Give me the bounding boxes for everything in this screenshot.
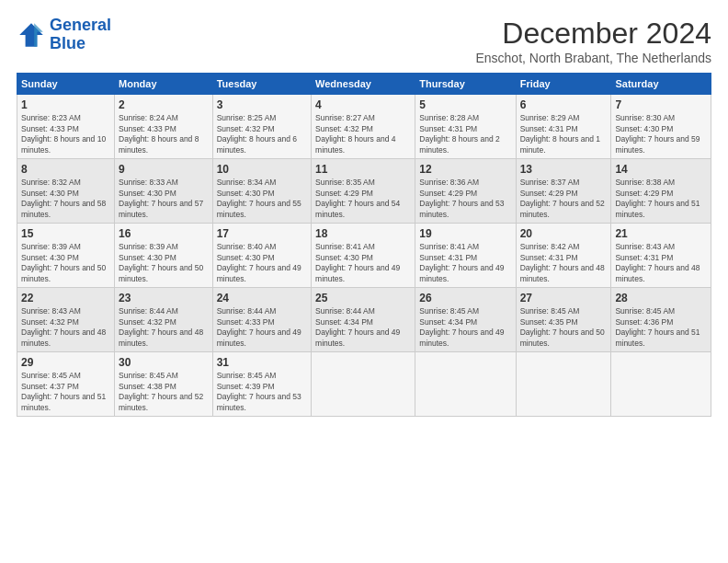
sunrise: Sunrise: 8:39 AM — [21, 242, 81, 251]
sunrise: Sunrise: 8:23 AM — [21, 113, 81, 122]
calendar-cell: 17Sunrise: 8:40 AMSunset: 4:30 PMDayligh… — [212, 224, 311, 288]
sunset: Sunset: 4:34 PM — [419, 317, 477, 327]
daylight: Daylight: 7 hours and 58 minutes. — [21, 199, 106, 218]
calendar-cell: 12Sunrise: 8:36 AMSunset: 4:29 PMDayligh… — [415, 159, 516, 224]
day-number: 23 — [119, 291, 209, 305]
calendar-cell — [312, 352, 415, 417]
calendar-cell: 9Sunrise: 8:33 AMSunset: 4:30 PMDaylight… — [115, 159, 213, 224]
day-number: 5 — [419, 98, 511, 112]
sunset: Sunset: 4:31 PM — [520, 124, 578, 133]
daylight: Daylight: 7 hours and 48 minutes. — [21, 327, 106, 347]
calendar-cell: 1Sunrise: 8:23 AMSunset: 4:33 PMDaylight… — [17, 95, 115, 159]
calendar-week-3: 15Sunrise: 8:39 AMSunset: 4:30 PMDayligh… — [17, 224, 711, 288]
day-number: 18 — [315, 226, 411, 241]
calendar-cell: 30Sunrise: 8:45 AMSunset: 4:38 PMDayligh… — [115, 352, 213, 417]
sunrise: Sunrise: 8:41 AM — [419, 242, 479, 251]
daylight: Daylight: 8 hours and 2 minutes. — [419, 134, 499, 154]
sunrise: Sunrise: 8:33 AM — [119, 178, 178, 187]
sunrise: Sunrise: 8:44 AM — [217, 306, 277, 316]
sunrise: Sunrise: 8:45 AM — [119, 371, 178, 380]
day-number: 17 — [217, 226, 307, 241]
daylight: Daylight: 7 hours and 49 minutes. — [315, 327, 400, 347]
calendar-cell: 31Sunrise: 8:45 AMSunset: 4:39 PMDayligh… — [212, 352, 311, 417]
sunrise: Sunrise: 8:44 AM — [119, 306, 178, 316]
calendar-cell: 10Sunrise: 8:34 AMSunset: 4:30 PMDayligh… — [212, 159, 311, 224]
daylight: Daylight: 7 hours and 54 minutes. — [315, 199, 400, 218]
sunrise: Sunrise: 8:43 AM — [21, 306, 81, 316]
daylight: Daylight: 7 hours and 51 minutes. — [21, 392, 106, 411]
sunset: Sunset: 4:31 PM — [419, 124, 477, 133]
sunrise: Sunrise: 8:45 AM — [21, 371, 81, 380]
logo: General Blue — [17, 17, 111, 53]
daylight: Daylight: 7 hours and 49 minutes. — [217, 327, 301, 347]
sunset: Sunset: 4:37 PM — [21, 382, 79, 391]
sunrise: Sunrise: 8:34 AM — [217, 178, 277, 187]
daylight: Daylight: 7 hours and 48 minutes. — [119, 327, 203, 347]
calendar-week-2: 8Sunrise: 8:32 AMSunset: 4:30 PMDaylight… — [17, 159, 711, 224]
sunrise: Sunrise: 8:27 AM — [315, 113, 375, 122]
sunset: Sunset: 4:30 PM — [21, 253, 79, 262]
calendar-cell — [611, 352, 711, 417]
sunrise: Sunrise: 8:41 AM — [315, 242, 375, 251]
calendar-week-1: 1Sunrise: 8:23 AMSunset: 4:33 PMDaylight… — [17, 95, 711, 159]
sunset: Sunset: 4:38 PM — [119, 382, 176, 391]
daylight: Daylight: 7 hours and 51 minutes. — [615, 327, 700, 347]
sunset: Sunset: 4:39 PM — [217, 382, 275, 391]
calendar-week-5: 29Sunrise: 8:45 AMSunset: 4:37 PMDayligh… — [17, 352, 711, 417]
sunrise: Sunrise: 8:45 AM — [520, 306, 580, 316]
sunset: Sunset: 4:33 PM — [217, 317, 275, 327]
col-monday: Monday — [115, 74, 213, 95]
daylight: Daylight: 7 hours and 50 minutes. — [21, 263, 106, 282]
sunrise: Sunrise: 8:35 AM — [315, 178, 375, 187]
sunrise: Sunrise: 8:24 AM — [119, 113, 178, 122]
sunset: Sunset: 4:29 PM — [315, 189, 373, 198]
calendar-cell — [516, 352, 611, 417]
calendar-table: Sunday Monday Tuesday Wednesday Thursday… — [17, 73, 711, 417]
sunset: Sunset: 4:33 PM — [119, 124, 176, 133]
calendar-cell: 8Sunrise: 8:32 AMSunset: 4:30 PMDaylight… — [17, 159, 115, 224]
sunrise: Sunrise: 8:28 AM — [419, 113, 479, 122]
sunrise: Sunrise: 8:30 AM — [615, 113, 675, 122]
sunrise: Sunrise: 8:39 AM — [119, 242, 178, 251]
calendar-cell: 4Sunrise: 8:27 AMSunset: 4:32 PMDaylight… — [312, 95, 415, 159]
daylight: Daylight: 7 hours and 49 minutes. — [419, 327, 504, 347]
sunrise: Sunrise: 8:42 AM — [520, 242, 580, 251]
calendar-cell: 26Sunrise: 8:45 AMSunset: 4:34 PMDayligh… — [415, 288, 516, 352]
daylight: Daylight: 7 hours and 48 minutes. — [520, 263, 605, 282]
sunset: Sunset: 4:32 PM — [217, 124, 275, 133]
logo-text: General Blue — [50, 17, 111, 53]
sunset: Sunset: 4:31 PM — [419, 253, 477, 262]
day-number: 7 — [615, 98, 707, 112]
calendar-cell: 11Sunrise: 8:35 AMSunset: 4:29 PMDayligh… — [312, 159, 415, 224]
day-number: 21 — [615, 226, 707, 241]
sunrise: Sunrise: 8:25 AM — [217, 113, 277, 122]
subtitle: Enschot, North Brabant, The Netherlands — [475, 51, 711, 65]
day-number: 25 — [315, 291, 411, 305]
sunset: Sunset: 4:29 PM — [615, 189, 673, 198]
calendar-cell: 6Sunrise: 8:29 AMSunset: 4:31 PMDaylight… — [516, 95, 611, 159]
col-sunday: Sunday — [17, 74, 115, 95]
sunrise: Sunrise: 8:43 AM — [615, 242, 675, 251]
calendar-cell: 13Sunrise: 8:37 AMSunset: 4:29 PMDayligh… — [516, 159, 611, 224]
day-number: 31 — [217, 355, 307, 370]
sunrise: Sunrise: 8:37 AM — [520, 178, 580, 187]
calendar-cell: 15Sunrise: 8:39 AMSunset: 4:30 PMDayligh… — [17, 224, 115, 288]
page: General Blue December 2024 Enschot, Nort… — [0, 0, 728, 563]
calendar-cell: 27Sunrise: 8:45 AMSunset: 4:35 PMDayligh… — [516, 288, 611, 352]
sunset: Sunset: 4:32 PM — [315, 124, 373, 133]
daylight: Daylight: 7 hours and 59 minutes. — [615, 134, 700, 154]
sunset: Sunset: 4:32 PM — [21, 317, 79, 327]
title-block: December 2024 Enschot, North Brabant, Th… — [475, 17, 711, 65]
day-number: 19 — [419, 226, 511, 241]
sunset: Sunset: 4:34 PM — [315, 317, 373, 327]
daylight: Daylight: 7 hours and 52 minutes. — [520, 199, 605, 218]
calendar-cell: 19Sunrise: 8:41 AMSunset: 4:31 PMDayligh… — [415, 224, 516, 288]
header: General Blue December 2024 Enschot, Nort… — [17, 17, 711, 65]
calendar-cell: 29Sunrise: 8:45 AMSunset: 4:37 PMDayligh… — [17, 352, 115, 417]
calendar-cell: 28Sunrise: 8:45 AMSunset: 4:36 PMDayligh… — [611, 288, 711, 352]
daylight: Daylight: 7 hours and 48 minutes. — [615, 263, 700, 282]
header-row: Sunday Monday Tuesday Wednesday Thursday… — [17, 74, 711, 95]
sunset: Sunset: 4:30 PM — [119, 253, 176, 262]
calendar-cell: 14Sunrise: 8:38 AMSunset: 4:29 PMDayligh… — [611, 159, 711, 224]
sunset: Sunset: 4:30 PM — [119, 189, 176, 198]
